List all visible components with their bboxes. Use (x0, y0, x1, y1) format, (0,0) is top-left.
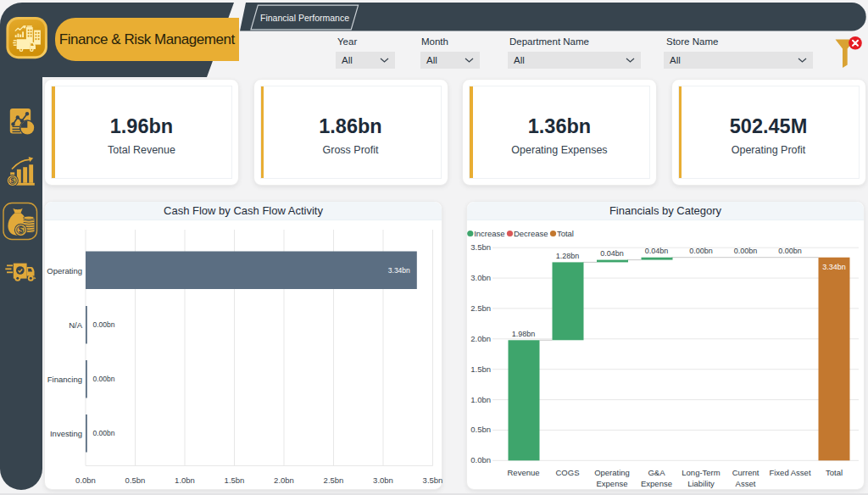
svg-text:Investing: Investing (50, 429, 82, 438)
svg-text:G&A: G&A (648, 467, 665, 476)
svg-text:0.5bn: 0.5bn (470, 425, 491, 434)
svg-text:$: $ (10, 176, 14, 185)
svg-text:Current: Current (732, 467, 760, 476)
svg-text:3.34bn: 3.34bn (822, 263, 846, 271)
svg-text:0.0bn: 0.0bn (470, 455, 491, 464)
svg-text:Financing: Financing (47, 375, 82, 384)
svg-text:1.28bn: 1.28bn (556, 251, 580, 259)
svg-text:1.5bn: 1.5bn (225, 475, 245, 484)
svg-text:0.00bn: 0.00bn (93, 320, 115, 329)
svg-text:1.0bn: 1.0bn (175, 475, 195, 484)
svg-text:3.5bn: 3.5bn (470, 242, 491, 252)
svg-text:0.5bn: 0.5bn (125, 475, 146, 484)
svg-text:2.5bn: 2.5bn (324, 475, 344, 484)
svg-text:Decrease: Decrease (514, 228, 548, 237)
svg-text:0.00bn: 0.00bn (93, 429, 115, 437)
svg-text:Total: Total (826, 467, 843, 476)
svg-text:Expense: Expense (641, 478, 672, 487)
svg-text:1.98bn: 1.98bn (512, 329, 536, 337)
svg-text:0.00bn: 0.00bn (778, 247, 802, 255)
svg-text:Total: Total (557, 228, 574, 237)
svg-text:Revenue: Revenue (507, 467, 539, 476)
svg-text:Liability: Liability (687, 478, 715, 487)
svg-text:0.00bn: 0.00bn (689, 247, 713, 255)
svg-text:Operating: Operating (594, 467, 630, 476)
svg-text:N/A: N/A (69, 320, 83, 330)
svg-text:$: $ (19, 225, 24, 235)
svg-text:0.04bn: 0.04bn (600, 249, 624, 258)
svg-text:2.0bn: 2.0bn (274, 475, 294, 484)
svg-text:1.5bn: 1.5bn (470, 364, 491, 373)
svg-text:2.5bn: 2.5bn (470, 303, 491, 312)
svg-text:0.00bn: 0.00bn (734, 247, 758, 255)
svg-text:3.5bn: 3.5bn (423, 475, 443, 484)
svg-text:Fixed Asset: Fixed Asset (769, 467, 810, 476)
svg-text:COGS: COGS (556, 467, 580, 476)
svg-text:0.04bn: 0.04bn (645, 247, 669, 255)
svg-text:Asset: Asset (736, 478, 756, 487)
svg-text:3.0bn: 3.0bn (470, 273, 491, 282)
svg-text:Expense: Expense (597, 478, 628, 487)
svg-text:3.34bn: 3.34bn (388, 265, 410, 274)
svg-text:0.00bn: 0.00bn (93, 375, 115, 383)
svg-text:Long-Term: Long-Term (682, 467, 720, 476)
svg-text:3.0bn: 3.0bn (373, 475, 393, 484)
svg-text:Increase: Increase (474, 228, 504, 237)
svg-text:2.0bn: 2.0bn (470, 333, 491, 342)
svg-text:Operating: Operating (47, 265, 82, 275)
svg-text:1.0bn: 1.0bn (470, 394, 491, 403)
svg-text:0.0bn: 0.0bn (75, 475, 96, 484)
